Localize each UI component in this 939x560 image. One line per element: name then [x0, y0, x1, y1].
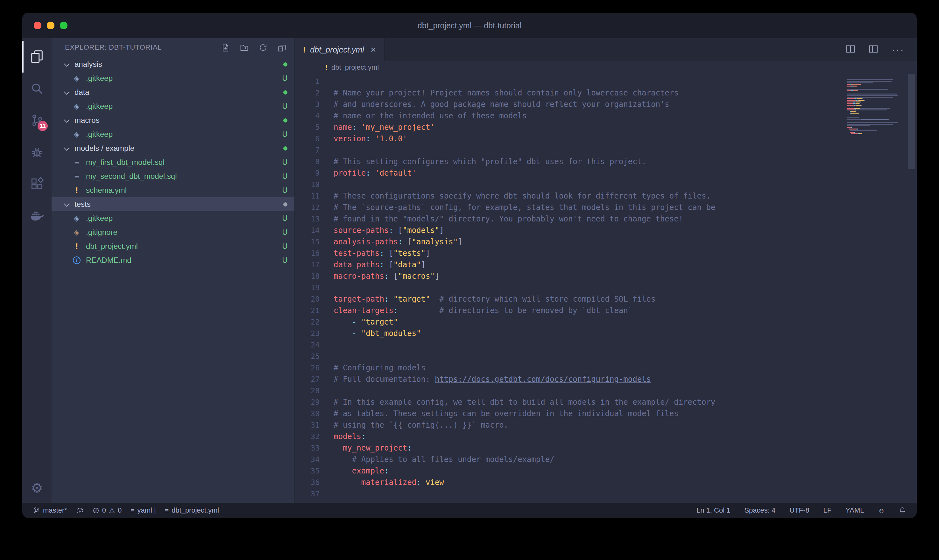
- tree-item-models-example[interactable]: models / example: [52, 141, 294, 155]
- encoding-setting[interactable]: UTF-8: [790, 506, 809, 514]
- notifications-bell-icon[interactable]: [899, 507, 906, 514]
- status-bar: master* 0 ⚠ 0 ≡ yaml | ≡: [22, 503, 917, 518]
- code-line-28[interactable]: 28: [295, 385, 917, 397]
- code-line-3[interactable]: 3# and underscores. A good package name …: [295, 98, 917, 110]
- tree-item-my-second-dbt-model-sql[interactable]: ≡my_second_dbt_model.sqlU: [52, 169, 294, 183]
- tree-item-dbt-project-yml[interactable]: !dbt_project.ymlU: [52, 239, 294, 253]
- tree-item-my-first-dbt-model-sql[interactable]: ≡my_first_dbt_model.sqlU: [52, 155, 294, 169]
- line-number: 13: [295, 213, 334, 225]
- tree-item-readme-md[interactable]: iREADME.mdU: [52, 253, 294, 267]
- git-branch-status[interactable]: master*: [33, 506, 67, 514]
- code-line-12[interactable]: 12# The `source-paths` config, for examp…: [295, 202, 917, 213]
- code-line-14[interactable]: 14source-paths: ["models"]: [295, 225, 917, 236]
- code-line-31[interactable]: 31# using the `{{ config(...) }}` macro.: [295, 419, 917, 431]
- search-icon[interactable]: [22, 72, 52, 105]
- new-file-icon[interactable]: [221, 43, 230, 52]
- tab-dbt-project-yml[interactable]: ! dbt_project.yml ×: [295, 38, 385, 61]
- tree-item-analysis[interactable]: analysis: [52, 57, 294, 71]
- more-actions-icon[interactable]: ···: [891, 48, 905, 52]
- tree-item--gitignore[interactable]: ◈.gitignoreU: [52, 225, 294, 239]
- close-tab-icon[interactable]: ×: [371, 45, 376, 54]
- indentation-setting[interactable]: Spaces: 4: [744, 506, 775, 514]
- yaml-schema-status[interactable]: ≡ yaml |: [131, 506, 156, 514]
- code-line-22[interactable]: 22 - "target": [295, 316, 917, 328]
- code-line-10[interactable]: 10: [295, 179, 917, 190]
- code-line-34[interactable]: 34 # Applies to all files under models/e…: [295, 454, 917, 465]
- editor-scrollbar[interactable]: [908, 74, 915, 169]
- code-line-13[interactable]: 13# found in the "models/" directory. Yo…: [295, 213, 917, 225]
- code-line-11[interactable]: 11# These configurations specify where d…: [295, 190, 917, 202]
- extensions-icon[interactable]: [22, 168, 52, 200]
- refresh-icon[interactable]: [259, 43, 267, 52]
- code-line-36[interactable]: 36 materialized: view: [295, 477, 917, 488]
- line-number: 19: [295, 282, 334, 293]
- code-line-9[interactable]: 9profile: 'default': [295, 168, 917, 179]
- code-line-19[interactable]: 19: [295, 282, 917, 293]
- code-line-1[interactable]: 1: [295, 76, 917, 87]
- code-line-24[interactable]: 24: [295, 339, 917, 351]
- git-file-icon: ◈: [72, 129, 82, 139]
- problems-status[interactable]: 0 ⚠ 0: [92, 506, 122, 514]
- line-number: 14: [295, 225, 334, 236]
- tree-item-label: macros: [74, 116, 100, 125]
- code-line-20[interactable]: 20target-path: "target" # directory whic…: [295, 293, 917, 305]
- cursor-position[interactable]: Ln 1, Col 1: [696, 506, 730, 514]
- code-line-7[interactable]: 7: [295, 145, 917, 156]
- sync-changes-icon[interactable]: [76, 506, 84, 514]
- minimize-window-button[interactable]: [47, 22, 54, 29]
- split-editor-icon[interactable]: [846, 44, 855, 55]
- line-content: # In this example config, we tell dbt to…: [334, 397, 715, 408]
- code-line-2[interactable]: 2# Name your project! Project names shou…: [295, 87, 917, 98]
- code-line-25[interactable]: 25: [295, 351, 917, 362]
- line-content: test-paths: ["tests"]: [334, 248, 430, 259]
- docker-icon[interactable]: [22, 200, 52, 232]
- code-line-18[interactable]: 18macro-paths: ["macros"]: [295, 271, 917, 282]
- code-editor[interactable]: 12# Name your project! Project names sho…: [295, 74, 917, 503]
- tree-item--gitkeep[interactable]: ◈.gitkeepU: [52, 211, 294, 225]
- new-folder-icon[interactable]: [240, 43, 249, 52]
- tree-item-schema-yml[interactable]: !schema.ymlU: [52, 183, 294, 197]
- code-line-26[interactable]: 26# Configuring models: [295, 362, 917, 374]
- explorer-icon[interactable]: [22, 41, 52, 72]
- active-file-status[interactable]: ≡ dbt_project.yml: [165, 506, 219, 514]
- run-debug-icon[interactable]: [22, 136, 52, 168]
- close-window-button[interactable]: [34, 22, 42, 29]
- code-line-37[interactable]: 37: [295, 488, 917, 500]
- scm-changes-badge: 11: [38, 121, 48, 131]
- tree-item-label: dbt_project.yml: [86, 242, 138, 251]
- git-untracked-badge: U: [282, 214, 288, 223]
- minimap[interactable]: [847, 78, 902, 137]
- code-line-32[interactable]: 32models:: [295, 431, 917, 442]
- tree-item-macros[interactable]: macros: [52, 113, 294, 127]
- code-line-35[interactable]: 35 example:: [295, 465, 917, 477]
- tree-item--gitkeep[interactable]: ◈.gitkeepU: [52, 99, 294, 113]
- collapse-folders-icon[interactable]: [277, 43, 286, 52]
- code-line-4[interactable]: 4# name or the intended use of these mod…: [295, 110, 917, 122]
- code-line-16[interactable]: 16test-paths: ["tests"]: [295, 248, 917, 259]
- code-line-21[interactable]: 21clean-targets: # directories to be rem…: [295, 305, 917, 316]
- code-line-6[interactable]: 6version: '1.0.0': [295, 133, 917, 145]
- eol-setting[interactable]: LF: [824, 506, 832, 514]
- breadcrumb[interactable]: ! dbt_project.yml: [295, 61, 917, 74]
- language-mode[interactable]: YAML: [845, 506, 864, 514]
- code-line-17[interactable]: 17data-paths: ["data"]: [295, 259, 917, 271]
- settings-gear-icon[interactable]: ⚙: [22, 474, 52, 503]
- code-line-8[interactable]: 8# This setting configures which "profil…: [295, 156, 917, 168]
- code-line-29[interactable]: 29# In this example config, we tell dbt …: [295, 397, 917, 408]
- code-line-5[interactable]: 5name: 'my_new_project': [295, 122, 917, 133]
- editor-layout-icon[interactable]: [869, 44, 878, 55]
- tree-item--gitkeep[interactable]: ◈.gitkeepU: [52, 71, 294, 85]
- code-line-15[interactable]: 15analysis-paths: ["analysis"]: [295, 236, 917, 248]
- code-line-23[interactable]: 23 - "dbt_modules": [295, 328, 917, 339]
- code-line-33[interactable]: 33 my_new_project:: [295, 442, 917, 454]
- source-control-icon[interactable]: 11: [22, 105, 52, 136]
- line-number: 35: [295, 465, 334, 477]
- zoom-window-button[interactable]: [60, 22, 68, 29]
- tree-item-data[interactable]: data: [52, 85, 294, 99]
- tree-item-tests[interactable]: tests: [52, 197, 294, 211]
- feedback-smiley-icon[interactable]: ☺: [878, 507, 885, 514]
- git-file-icon: ◈: [72, 74, 82, 83]
- tree-item--gitkeep[interactable]: ◈.gitkeepU: [52, 127, 294, 141]
- code-line-30[interactable]: 30# as tables. These settings can be ove…: [295, 408, 917, 419]
- code-line-27[interactable]: 27# Full documentation: https://docs.get…: [295, 374, 917, 385]
